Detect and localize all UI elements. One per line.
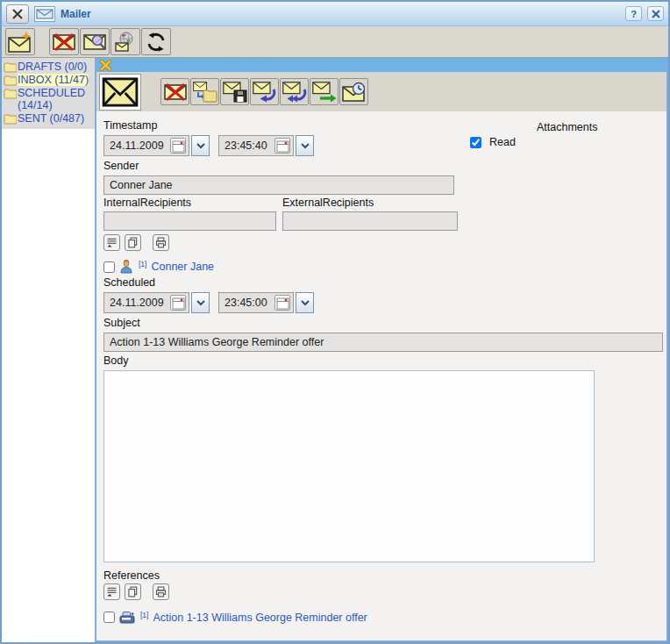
copy-button[interactable] [125,234,141,251]
body-textarea[interactable] [103,370,595,562]
save-mail-button[interactable] [220,78,249,105]
recipients-labels: InternalRecipients ExternalRecipients [103,197,659,211]
read-checkbox-row: Read [470,136,516,148]
mailer-app-icon [34,6,55,22]
mail-panel: Timestamp Attachments Read 24.11.2009 [95,58,668,642]
delete-mail-button[interactable] [49,28,79,55]
references-label: References [103,569,659,582]
copy-icon [126,585,139,598]
calendar-button[interactable] [274,295,290,311]
chevron-down-icon [196,300,205,306]
print-button[interactable] [153,234,169,251]
calendar-button[interactable] [274,138,290,154]
print-icon [154,585,168,598]
reference-link-wrap: [1] [139,612,148,624]
mailer-window: Mailer ? [0,0,670,644]
time-dropdown-button[interactable] [296,292,314,313]
title-bar: Mailer ? [2,2,668,26]
print-button[interactable] [153,583,169,600]
refresh-button[interactable] [141,28,171,55]
delete-mail-icon [164,82,187,102]
scheduled-label: Scheduled [103,276,659,289]
send-mail-globe-button[interactable] [110,28,140,55]
fax-icon [119,611,135,624]
content-area: DRAFTS (0/0) INBOX (11/47) SCHEDULED (14… [2,58,668,642]
time-value: 23:45:00 [225,297,270,309]
sidebar-item-scheduled[interactable]: SCHEDULED (14/14) [3,87,94,112]
search-mail-button[interactable] [80,28,110,55]
move-to-folder-icon [193,82,217,103]
calendar-button[interactable] [170,138,186,154]
recipient-checkbox[interactable] [103,261,115,273]
list-up-button[interactable] [103,583,120,600]
attachments-label: Attachments [537,121,597,133]
scheduled-time-picker: 23:45:00 [218,292,314,313]
sender-label: Sender [103,160,659,172]
help-button[interactable]: ? [625,6,642,21]
gold-x-icon [100,60,111,71]
scheduled-date-picker: 24.11.2009 [103,292,210,313]
copy-button[interactable] [125,583,141,600]
calendar-button[interactable] [170,295,186,311]
reply-button[interactable] [250,78,279,105]
forward-button[interactable] [310,78,339,105]
read-checkbox[interactable] [470,137,481,148]
move-to-folder-button[interactable] [190,78,219,105]
reference-number: [1] [140,611,148,619]
list-up-icon [105,585,118,598]
time-dropdown-button[interactable] [296,135,314,156]
time-value: 23:45:40 [225,140,270,152]
mail-tab-strip [96,58,666,72]
delete-mail-button[interactable] [160,78,189,105]
date-dropdown-button[interactable] [191,135,210,156]
date-field: 24.11.2009 [103,135,189,156]
recipients-inputs [103,211,659,231]
chevron-down-icon [301,300,310,306]
sidebar-item-inbox[interactable]: INBOX (11/47) [3,74,94,87]
chevron-down-icon [301,143,310,149]
calendar-icon [172,297,185,310]
sidebar-item-sent[interactable]: SENT (0/487) [3,112,94,125]
references-actions [103,583,659,600]
reference-checkbox[interactable] [103,612,115,623]
close-icon [11,8,24,20]
calendar-icon [172,140,185,153]
recipient-item: [1] Conner Jane [103,260,659,274]
external-recipients-field [282,211,458,231]
timestamp-time-picker: 23:45:40 [218,135,314,156]
folder-label: SCHEDULED (14/14) [18,87,94,111]
print-icon [154,236,168,249]
external-recipients-label: ExternalRecipients [282,197,374,209]
recipient-link-wrap: [1] [138,261,146,273]
list-up-button[interactable] [103,234,120,251]
folder-icon [4,61,17,73]
time-field: 23:45:00 [218,292,294,313]
subject-label: Subject [103,317,659,329]
close-tab-button[interactable] [99,59,111,71]
reference-item: [1] Action 1-13 Williams George Reminder… [103,611,659,624]
reference-link[interactable]: Action 1-13 Williams George Reminder off… [153,612,367,624]
schedule-mail-button[interactable] [339,78,368,105]
window-close-button-left[interactable] [6,4,29,24]
close-icon [652,10,660,18]
folder-label: SENT (0/487) [18,112,84,125]
delete-mail-icon [53,32,75,52]
window-title: Mailer [61,8,91,20]
time-field: 23:45:40 [218,135,294,156]
globe-mail-icon [114,32,137,53]
main-toolbar [2,26,668,58]
window-close-button[interactable] [647,6,664,21]
sender-field [103,175,454,195]
date-value: 24.11.2009 [110,297,166,309]
big-envelope-icon [102,77,139,107]
reply-all-button[interactable] [280,78,309,105]
new-mail-button[interactable] [5,28,35,55]
sidebar-item-drafts[interactable]: DRAFTS (0/0) [3,61,94,74]
date-dropdown-button[interactable] [191,292,210,313]
calendar-icon [276,297,289,310]
mail-view-indicator [99,74,141,111]
recipient-link[interactable]: Conner Jane [151,261,214,273]
reply-all-icon [282,82,307,103]
subject-field [103,333,663,352]
reply-icon [253,82,277,103]
